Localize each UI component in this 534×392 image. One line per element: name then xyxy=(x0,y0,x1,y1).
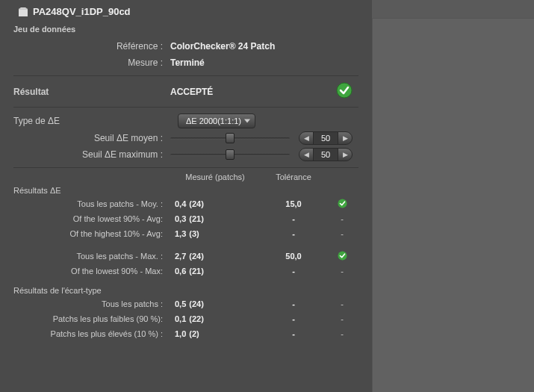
row-pass: - xyxy=(327,229,357,238)
pass-check-icon xyxy=(338,251,347,262)
side-area xyxy=(372,18,534,392)
table-row: Of the lowest 90% - Max:0,6 (21)-- xyxy=(13,264,358,279)
app-root: PA248QV_i1DP_90cd Jeu de données Référen… xyxy=(0,0,534,392)
table-row: Patchs les plus élevés (10 %) :1,0 (2)-- xyxy=(13,326,358,341)
stepper-left-icon[interactable]: ◀ xyxy=(299,148,313,161)
row-pass xyxy=(327,199,357,210)
threshold-max-row: Seuil ΔE maximum : ◀ 50 ▶ xyxy=(13,146,358,163)
accepted-check-icon xyxy=(336,82,353,101)
measure-value: Terminé xyxy=(170,57,205,68)
row-pass: - xyxy=(327,214,357,223)
row-measured: 0,1 (22) xyxy=(170,314,260,323)
row-tolerance: - xyxy=(260,214,327,223)
threshold-max-label: Seuil ΔE maximum : xyxy=(13,149,170,160)
row-pass xyxy=(327,251,357,262)
row-tolerance: - xyxy=(260,229,327,238)
divider xyxy=(13,167,358,168)
svg-point-2 xyxy=(338,251,347,260)
de-results-group: Tous les patchs - Moy. :0,4 (24)15,0Of t… xyxy=(13,196,358,279)
threshold-mean-label: Seuil ΔE moyen : xyxy=(13,133,170,143)
row-measured: 0,5 (24) xyxy=(170,299,260,308)
de-type-selected: ΔE 2000(1:1:1) xyxy=(186,116,241,125)
row-tolerance: - xyxy=(260,314,327,323)
threshold-mean-row: Seuil ΔE moyen : ◀ 50 ▶ xyxy=(13,130,358,146)
row-tolerance: - xyxy=(260,299,327,308)
result-label: Résultat xyxy=(13,87,170,97)
slider-thumb[interactable] xyxy=(226,133,235,143)
de-type-row: Type de ΔE ΔE 2000(1:1:1) xyxy=(13,112,358,130)
row-tolerance: 15,0 xyxy=(260,199,327,208)
threshold-mean-value: 50 xyxy=(313,131,338,145)
row-label: Tous les patchs : xyxy=(13,299,170,308)
col-measured: Mesuré (patchs) xyxy=(170,172,260,181)
row-tolerance: - xyxy=(260,267,327,276)
threshold-mean-stepper[interactable]: ◀ 50 ▶ xyxy=(299,131,353,145)
row-label: Patchs les plus élevés (10 %) : xyxy=(13,329,170,338)
threshold-max-value: 50 xyxy=(313,148,338,161)
row-measured: 0,3 (21) xyxy=(170,214,260,223)
row-pass: - xyxy=(327,299,357,308)
slider-thumb[interactable] xyxy=(226,149,235,160)
stepper-right-icon[interactable]: ▶ xyxy=(338,148,352,161)
row-pass: - xyxy=(327,329,357,338)
threshold-mean-slider[interactable] xyxy=(170,137,290,140)
col-tolerance: Tolérance xyxy=(260,172,327,181)
table-row: Tous les patchs :0,5 (24)-- xyxy=(13,296,358,311)
std-results-group: Tous les patchs :0,5 (24)--Patchs les pl… xyxy=(13,296,358,341)
measure-row: Mesure : Terminé xyxy=(13,55,358,71)
pass-none: - xyxy=(341,214,344,223)
de-type-label: Type de ΔE xyxy=(13,116,170,126)
table-row: Patchs les plus faibles (90 %):0,1 (22)-… xyxy=(13,311,358,326)
row-label: Patchs les plus faibles (90 %): xyxy=(13,314,170,323)
document-icon xyxy=(18,7,28,16)
divider xyxy=(13,75,358,76)
pass-none: - xyxy=(341,299,344,308)
reference-value: ColorChecker® 24 Patch xyxy=(170,41,275,52)
section-de-results: Résultats ΔE xyxy=(13,186,358,195)
pass-none: - xyxy=(341,314,344,323)
svg-point-0 xyxy=(337,83,352,98)
row-measured: 1,3 (3) xyxy=(170,229,260,238)
results-table-header: Mesuré (patchs) Tolérance xyxy=(13,172,358,181)
section-std-results: Résultats de l'écart-type xyxy=(13,286,358,295)
table-row: Of the highest 10% - Avg:1,3 (3)-- xyxy=(13,226,358,241)
stepper-right-icon[interactable]: ▶ xyxy=(338,131,352,145)
threshold-max-slider[interactable] xyxy=(170,154,290,156)
row-label: Of the lowest 90% - Avg: xyxy=(13,214,170,223)
dataset-heading: Jeu de données xyxy=(13,25,358,34)
table-row: Tous les patchs - Max. :2,7 (24)50,0 xyxy=(13,249,358,264)
result-status: ACCEPTÉ xyxy=(170,87,275,97)
row-tolerance: - xyxy=(260,329,327,338)
pass-check-icon xyxy=(338,199,347,210)
svg-point-1 xyxy=(338,199,347,208)
table-row: Tous les patchs - Moy. :0,4 (24)15,0 xyxy=(13,196,358,211)
pass-none: - xyxy=(341,267,344,276)
result-row: Résultat ACCEPTÉ xyxy=(13,81,358,102)
row-label: Of the highest 10% - Avg: xyxy=(13,229,170,238)
row-measured: 1,0 (2) xyxy=(170,329,260,338)
row-measured: 0,6 (21) xyxy=(170,267,260,276)
row-label: Of the lowest 90% - Max: xyxy=(13,267,170,276)
row-measured: 2,7 (24) xyxy=(170,252,260,261)
results-panel: PA248QV_i1DP_90cd Jeu de données Référen… xyxy=(0,0,372,392)
stepper-left-icon[interactable]: ◀ xyxy=(299,131,313,145)
row-tolerance: 50,0 xyxy=(260,252,327,261)
row-label: Tous les patchs - Moy. : xyxy=(13,199,170,208)
row-measured: 0,4 (24) xyxy=(170,199,260,208)
row-pass: - xyxy=(327,267,357,276)
de-type-select[interactable]: ΔE 2000(1:1:1) xyxy=(178,113,255,128)
reference-row: Référence : ColorChecker® 24 Patch xyxy=(13,38,358,55)
threshold-max-stepper[interactable]: ◀ 50 ▶ xyxy=(299,148,353,161)
divider xyxy=(13,107,358,108)
measure-label: Mesure : xyxy=(13,57,170,68)
table-row: Of the lowest 90% - Avg:0,3 (21)-- xyxy=(13,211,358,226)
title-bar: PA248QV_i1DP_90cd xyxy=(13,6,358,17)
reference-label: Référence : xyxy=(13,41,170,52)
pass-none: - xyxy=(341,329,344,338)
row-pass: - xyxy=(327,314,357,323)
row-label: Tous les patchs - Max. : xyxy=(13,252,170,261)
pass-none: - xyxy=(341,229,344,238)
page-title: PA248QV_i1DP_90cd xyxy=(33,6,131,17)
